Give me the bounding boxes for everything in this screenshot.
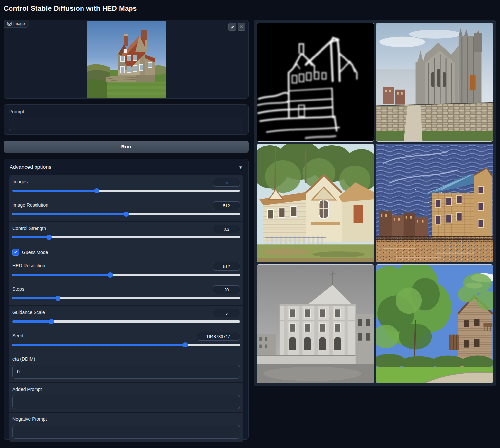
guess-mode-row: ✓ Guess Mode <box>9 245 243 259</box>
advanced-options-accordion: Advanced options ▼ Images 5 Image Resolu… <box>4 159 249 440</box>
image-resolution-value-input[interactable]: 512 <box>213 201 240 210</box>
painterly-image <box>376 144 493 262</box>
control-strength-value-input[interactable]: 0.3 <box>213 225 240 233</box>
prompt-label: Prompt <box>9 109 24 114</box>
cathedral-image <box>376 23 493 141</box>
triangle-down-icon: ▼ <box>238 165 243 170</box>
image-resolution-label: Image Resolution <box>12 202 48 208</box>
added-prompt-input[interactable] <box>12 395 240 409</box>
added-prompt-row: Added Prompt <box>9 382 243 412</box>
steps-label: Steps <box>12 286 24 292</box>
steps-slider-thumb[interactable] <box>55 296 60 301</box>
hed-resolution-slider-row: HED Resolution 512 <box>9 259 243 282</box>
control-strength-label: Control Strength <box>12 226 46 231</box>
steps-value-input[interactable]: 20 <box>213 285 240 294</box>
guidance-scale-slider[interactable] <box>12 320 240 323</box>
advanced-options-title: Advanced options <box>10 164 51 170</box>
gallery-item-painterly[interactable] <box>376 144 493 262</box>
pencil-icon <box>230 25 234 29</box>
guidance-scale-slider-thumb[interactable] <box>49 319 54 324</box>
seed-slider[interactable] <box>12 344 240 346</box>
monochrome-image <box>257 265 374 383</box>
input-image-preview <box>87 21 166 98</box>
guidance-scale-slider-row: Guidance Scale 5 <box>9 305 243 329</box>
hed-resolution-slider-thumb[interactable] <box>108 272 113 278</box>
image-input-block: Image <box>4 20 249 99</box>
hed-map-image <box>257 23 374 141</box>
prompt-block: Prompt <box>4 104 249 135</box>
check-icon: ✓ <box>14 250 17 255</box>
image-icon <box>7 21 12 26</box>
prompt-input[interactable] <box>9 118 243 131</box>
image-resolution-slider-row: Image Resolution 512 <box>9 198 243 221</box>
images-label: Images <box>12 179 28 184</box>
images-slider[interactable] <box>12 190 240 192</box>
run-button-label: Run <box>121 144 131 150</box>
steps-slider[interactable] <box>12 297 240 299</box>
gallery-item-hed-map[interactable] <box>257 23 374 142</box>
gallery-item-cathedral[interactable] <box>376 23 493 142</box>
eta-ddim-input[interactable]: 0 <box>12 365 240 379</box>
overgrown-house-image <box>376 265 493 383</box>
stone-manor-photo <box>87 21 166 98</box>
gallery-item-overgrown-house[interactable] <box>376 264 493 383</box>
guidance-scale-value-input[interactable]: 5 <box>213 309 240 317</box>
seed-slider-row: Seed 1648733747 <box>9 329 243 352</box>
cottage-image <box>257 144 374 262</box>
steps-slider-row: Steps 20 <box>9 282 243 305</box>
run-button[interactable]: Run <box>4 141 249 153</box>
seed-slider-thumb[interactable] <box>183 342 188 347</box>
negative-prompt-label: Negative Prompt <box>12 416 47 422</box>
guidance-scale-label: Guidance Scale <box>12 310 45 315</box>
seed-value-input[interactable]: 1648733747 <box>197 332 240 341</box>
control-strength-slider-row: Control Strength 0.3 <box>9 221 243 245</box>
gallery-item-cottage[interactable] <box>257 144 374 262</box>
added-prompt-label: Added Prompt <box>12 387 42 392</box>
images-value-input[interactable]: 5 <box>213 178 240 187</box>
advanced-options-header[interactable]: Advanced options ▼ <box>4 159 248 175</box>
images-slider-row: Images 5 <box>9 175 243 198</box>
negative-prompt-input[interactable] <box>12 425 240 439</box>
negative-prompt-row: Negative Prompt <box>9 412 243 442</box>
edit-image-button[interactable] <box>228 23 236 31</box>
images-slider-thumb[interactable] <box>94 188 99 193</box>
guess-mode-label: Guess Mode <box>22 250 48 255</box>
image-resolution-slider-thumb[interactable] <box>124 212 129 217</box>
seed-label: Seed <box>12 333 23 338</box>
clear-image-button[interactable] <box>238 23 245 31</box>
eta-ddim-label: eta (DDIM) <box>12 356 35 362</box>
guess-mode-checkbox[interactable]: ✓ <box>12 249 19 256</box>
image-resolution-slider[interactable] <box>12 213 240 215</box>
eta-ddim-row: eta (DDIM) 0 <box>9 352 243 382</box>
hed-resolution-label: HED Resolution <box>12 263 45 268</box>
page-title: Control Stable Diffusion with HED Maps <box>4 4 137 12</box>
image-actions <box>228 23 245 31</box>
app-root: Control Stable Diffusion with HED Maps <box>0 0 500 448</box>
control-strength-slider[interactable] <box>12 236 240 238</box>
hed-resolution-value-input[interactable]: 512 <box>213 262 240 271</box>
close-icon <box>240 25 243 29</box>
hed-resolution-slider[interactable] <box>12 274 240 276</box>
advanced-options-form: Images 5 Image Resolution 512 Control St… <box>9 175 243 442</box>
output-gallery <box>254 20 496 386</box>
image-input-label: Image <box>13 21 25 26</box>
control-strength-slider-thumb[interactable] <box>46 235 52 240</box>
gallery-item-monochrome[interactable] <box>257 264 374 383</box>
image-input-label-tab: Image <box>4 20 29 28</box>
